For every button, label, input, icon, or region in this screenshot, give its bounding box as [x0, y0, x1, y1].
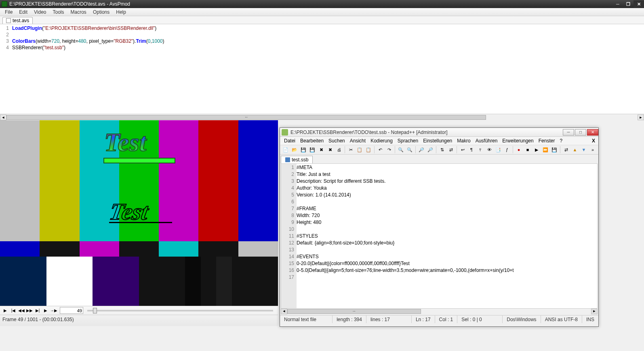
minimize-button[interactable]: ─	[612, 0, 623, 8]
record-icon[interactable]: ●	[515, 146, 523, 154]
wordwrap-icon[interactable]: ↩	[459, 146, 467, 154]
code-area[interactable]: LoadCPlugin("E:\PROJEKTE\SSBRenderer\bin…	[12, 24, 644, 114]
paste-icon[interactable]: 📋	[364, 146, 373, 154]
find-icon[interactable]: 🔍	[397, 146, 405, 154]
cut-icon[interactable]: ✂	[347, 146, 355, 154]
play-button[interactable]: ▶	[2, 307, 9, 314]
avspmod-titlebar[interactable]: E:\PROJEKTE\SSBRenderer\TODO\test.avs - …	[0, 0, 644, 8]
menu-einstellungen[interactable]: Einstellungen	[421, 137, 455, 144]
zoom-in-icon[interactable]: 🔎	[417, 146, 425, 154]
allchars-icon[interactable]: ¶	[467, 146, 476, 154]
editor-hscroll[interactable]: ◄ ··· ►	[0, 114, 644, 120]
npp-titlebar[interactable]: E:\PROJEKTE\SSBRenderer\TODO\test.ssb - …	[280, 128, 598, 137]
menu-makro[interactable]: Makro	[455, 137, 473, 144]
timeline-slider[interactable]	[87, 310, 273, 311]
stop-icon[interactable]: ■	[524, 146, 532, 154]
npp-tabbar: test.ssb	[280, 155, 598, 163]
step-fwd-button[interactable]: ▶▶	[26, 307, 33, 314]
play-multi-icon[interactable]: ⏩	[541, 146, 549, 154]
menu-edit[interactable]: Edit	[16, 8, 31, 16]
frame-number-input[interactable]	[60, 307, 83, 314]
npp-editor[interactable]: 1234567891011121314151617 #METATitle: Ju…	[281, 163, 598, 309]
save-all-icon[interactable]: 💾	[308, 146, 316, 154]
menu-options[interactable]: Options	[90, 8, 113, 16]
menu-sprachen[interactable]: Sprachen	[395, 137, 421, 144]
play-range-button[interactable]: ▶	[42, 307, 49, 314]
redo-icon[interactable]: ↷	[385, 146, 393, 154]
npp-scroll-thumb[interactable]: ···	[287, 309, 421, 314]
npp-scroll-left-icon[interactable]: ◄	[281, 309, 287, 314]
npp-hscroll[interactable]: ◄ ··· ►	[281, 309, 598, 315]
menu-macros[interactable]: Macros	[67, 8, 90, 16]
close-all-icon[interactable]: ✖	[326, 146, 334, 154]
avspmod-menubar: File Edit Video Tools Macros Options Hel…	[0, 8, 644, 16]
overlay-test-gradient: Test	[104, 127, 146, 157]
more-icon[interactable]: »	[589, 146, 597, 154]
tab-test-ssb[interactable]: test.ssb	[281, 156, 313, 163]
step-back-button[interactable]: ◀◀	[18, 307, 25, 314]
open-file-icon[interactable]: 📂	[290, 146, 299, 154]
menu-datei[interactable]: Datei	[282, 137, 298, 144]
status-sel: Sel : 0 | 0	[457, 315, 503, 323]
menu-help[interactable]: Help	[113, 8, 129, 16]
menu-bearbeiten[interactable]: Bearbeiten	[298, 137, 326, 144]
menu-video[interactable]: Video	[31, 8, 49, 16]
npp-line-gutter: 1234567891011121314151617	[281, 164, 297, 308]
scroll-thumb[interactable]: ···	[6, 115, 486, 120]
npp-code-area[interactable]: #METATitle: Just a testDescription: Scri…	[297, 164, 597, 308]
sync-h-icon[interactable]: ⇄	[447, 146, 455, 154]
menu-help[interactable]: ?	[557, 137, 565, 144]
status-ln: Ln : 17	[412, 315, 435, 323]
lang-icon[interactable]: 👁	[485, 146, 493, 154]
up-icon[interactable]: ▲	[571, 146, 579, 154]
npp-scroll-right-icon[interactable]: ►	[591, 309, 598, 314]
menu-ansicht[interactable]: Ansicht	[347, 137, 368, 144]
doc-map-icon[interactable]: 📑	[494, 146, 502, 154]
avspmod-editor[interactable]: 1 2 3 4 LoadCPlugin("E:\PROJEKTE\SSBRend…	[0, 24, 644, 114]
npp-close-button[interactable]: ✕	[587, 129, 598, 136]
replace-icon[interactable]: 🔍	[406, 146, 414, 154]
new-file-icon[interactable]: 📄	[282, 146, 290, 154]
colorbars-image: Test Test	[0, 120, 278, 306]
scroll-right-icon[interactable]: ►	[638, 115, 644, 120]
tab-close-x[interactable]: X	[589, 138, 598, 144]
play-macro-icon[interactable]: ▶	[532, 146, 541, 154]
menu-fenster[interactable]: Fenster	[536, 137, 558, 144]
toggle-icon[interactable]: ⇄	[562, 146, 570, 154]
menu-erweiterungen[interactable]: Erweiterungen	[500, 137, 536, 144]
print-icon[interactable]: 🖨	[335, 146, 343, 154]
npp-statusbar: Normal text file length : 394 lines : 17…	[280, 315, 598, 323]
close-button[interactable]: ✕	[633, 0, 644, 8]
npp-toolbar: 📄 📂 💾 💾 ✖ ✖ 🖨 ✂ 📋 📋 ↶ ↷ 🔍 🔍 🔎 🔎 ⇅ ⇄ ↩ ¶ …	[280, 145, 598, 155]
menu-kodierung[interactable]: Kodierung	[368, 137, 395, 144]
frame-status: Frame 49 / 1001 - (00:00:01.635)	[2, 317, 74, 322]
zoom-out-icon[interactable]: 🔎	[426, 146, 434, 154]
func-list-icon[interactable]: ƒ	[503, 146, 511, 154]
avspmod-tabbar: test.avs	[0, 16, 644, 24]
scroll-left-icon[interactable]: ◄	[0, 115, 6, 120]
save-macro-icon[interactable]: 💾	[550, 146, 558, 154]
maximize-button[interactable]: ❐	[623, 0, 633, 8]
menu-file[interactable]: File	[2, 8, 16, 16]
menu-ausfuehren[interactable]: Ausführen	[473, 137, 500, 144]
indent-guide-icon[interactable]: ⫯	[476, 146, 484, 154]
npp-maximize-button[interactable]: □	[575, 129, 586, 136]
npp-minimize-button[interactable]: ─	[563, 129, 574, 136]
external-play-button[interactable]: →▶	[50, 307, 57, 314]
undo-icon[interactable]: ↶	[376, 146, 384, 154]
sync-v-icon[interactable]: ⇅	[438, 146, 446, 154]
menu-tools[interactable]: Tools	[50, 8, 67, 16]
save-icon[interactable]: 💾	[299, 146, 307, 154]
tab-test-avs[interactable]: test.avs	[2, 17, 33, 24]
status-filetype: Normal text file	[280, 315, 333, 323]
copy-icon[interactable]: 📋	[356, 146, 364, 154]
notepadpp-window: E:\PROJEKTE\SSBRenderer\TODO\test.ssb - …	[280, 127, 599, 327]
slider-thumb[interactable]	[93, 308, 97, 313]
close-file-icon[interactable]: ✖	[317, 146, 325, 154]
status-col: Col : 1	[435, 315, 458, 323]
status-enc: ANSI as UTF-8	[541, 315, 582, 323]
down-icon[interactable]: ▼	[580, 146, 588, 154]
goto-start-button[interactable]: |◀	[10, 307, 17, 314]
goto-end-button[interactable]: ▶|	[34, 307, 41, 314]
menu-suchen[interactable]: Suchen	[326, 137, 347, 144]
